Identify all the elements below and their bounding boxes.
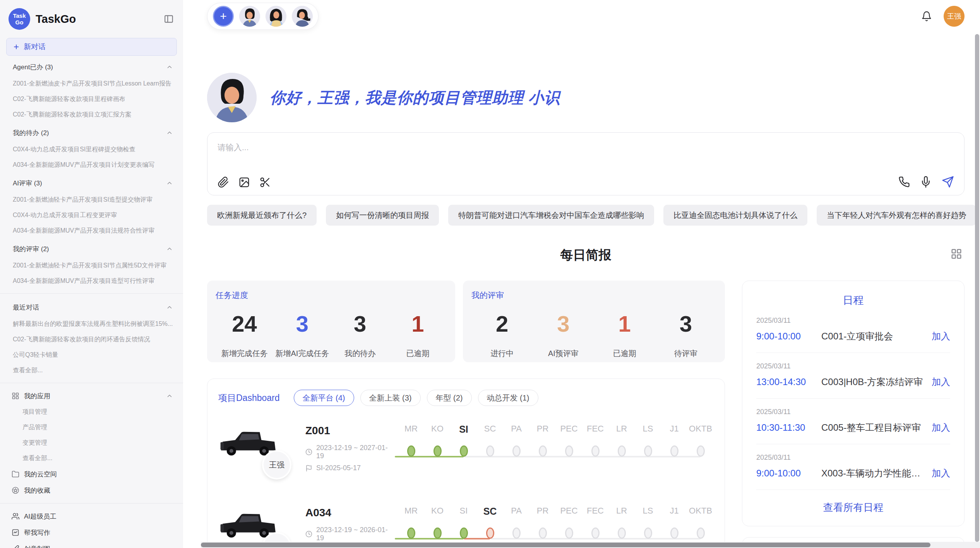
app-item-change-mgmt[interactable]: 变更管理 <box>0 435 183 450</box>
suggestion-chip[interactable]: 比亚迪全固态电池计划具体说了什么 <box>663 205 807 226</box>
schedule-event: 2025/03/11 10:30-11:30 C005-整车工程目标评审 加入 <box>756 399 950 444</box>
layout-grid-icon[interactable] <box>951 248 962 260</box>
chevron-up-icon[interactable] <box>166 180 173 187</box>
join-link[interactable]: 加入 <box>932 376 950 388</box>
milestone-dot <box>670 527 678 539</box>
attachment-icon[interactable] <box>218 176 229 188</box>
sidebar-item[interactable]: Z001-全新燃油皮卡产品开发项目SI节点Lesson Learn报告 <box>0 76 183 91</box>
tab-all-new-body[interactable]: 全新上装 (3) <box>360 390 421 406</box>
agent-avatar[interactable] <box>266 6 286 27</box>
assistant-avatar <box>207 73 257 122</box>
sidebar-item[interactable]: Z001-全新燃油轻卡产品开发项目SI节点属性5D文件评审 <box>0 258 183 273</box>
join-link[interactable]: 加入 <box>932 421 950 434</box>
event-time: 9:00-10:00 <box>756 468 821 479</box>
input-tools-left <box>218 176 271 188</box>
divider <box>0 383 183 383</box>
milestone-dot <box>512 527 521 539</box>
clock-icon <box>305 531 312 538</box>
folder-icon <box>12 470 19 478</box>
app-item-product-mgmt[interactable]: 产品管理 <box>0 420 183 435</box>
section-ai-review[interactable]: AI评审 (3) <box>0 174 183 192</box>
event-time: 13:00-14:30 <box>756 377 821 387</box>
sidebar-item-cloud-space[interactable]: 我的云空间 <box>0 466 183 482</box>
notification-bell-icon[interactable] <box>921 11 932 22</box>
new-chat-button[interactable]: + 新对话 <box>6 38 177 56</box>
stat-value: 3 <box>655 311 716 337</box>
screenshot-scissors-icon[interactable] <box>259 176 271 188</box>
join-link[interactable]: 加入 <box>932 467 950 480</box>
sidebar-item[interactable]: C02-飞腾新能源轻客改款项目立项汇报方案 <box>0 107 183 122</box>
project-info: Z001 2023-12-19 ~ 2027-01-19 SI-2025-05-… <box>305 420 394 472</box>
sidebar-item[interactable]: Z001-全新燃油轻卡产品开发项目SI造型提交物评审 <box>0 192 183 207</box>
user-avatar[interactable]: 王强 <box>944 6 965 27</box>
project-dates: 2023-12-19 ~ 2026-01-19 <box>305 526 394 542</box>
suggestion-chip[interactable]: 特朗普可能对进口汽车增税会对中国车企造成哪些影响 <box>448 205 654 226</box>
chevron-up-icon[interactable] <box>166 245 173 252</box>
briefing-content-row: 任务进度 24 新增完成任务 3 新增AI完成任务 3 <box>207 281 965 548</box>
vertical-scrollbar-thumb[interactable] <box>975 34 979 542</box>
sidebar-item[interactable]: A034-全新新能源MUV产品开发项目造型可行性评审 <box>0 273 183 289</box>
milestone-label: PA <box>511 506 522 517</box>
project-row[interactable]: 王强 A034 2023-12-19 ~ 2026-01-19 SC-2025-… <box>218 502 714 548</box>
chevron-up-icon[interactable] <box>166 63 173 70</box>
agent-avatar[interactable] <box>292 6 313 27</box>
section-my-todo[interactable]: 我的待办 (2) <box>0 124 183 142</box>
sidebar-item[interactable]: C0X4-动力总成开发项目工程变更评审 <box>0 207 183 223</box>
horizontal-scrollbar-thumb[interactable] <box>201 543 930 547</box>
greeting-text: 你好，王强，我是你的项目管理助理 小识 <box>270 87 560 108</box>
section-recent-chats[interactable]: 最近对话 <box>0 298 183 316</box>
app-logo: Task Go <box>9 8 30 30</box>
milestone-label-current: SI <box>459 424 468 435</box>
section-my-review[interactable]: 我的评审 (2) <box>0 240 183 258</box>
apps-view-all[interactable]: 查看全部... <box>0 450 183 466</box>
plus-icon: + <box>14 42 19 51</box>
milestone-dot <box>591 527 600 539</box>
recent-view-all[interactable]: 查看全部... <box>0 363 183 378</box>
chevron-up-icon[interactable] <box>166 129 173 136</box>
chevron-up-icon[interactable] <box>166 392 173 399</box>
app-item-project-mgmt[interactable]: 项目管理 <box>0 404 183 420</box>
card-title: 我的评审 <box>471 290 716 301</box>
schedule-title: 日程 <box>756 293 950 307</box>
project-row[interactable]: 王强 Z001 2023-12-19 ~ 2027-01-19 SI-2025-… <box>218 420 714 485</box>
recent-chat-item[interactable]: 公司Q3轻卡销量 <box>0 347 183 363</box>
milestone-label: LS <box>643 424 653 435</box>
horizontal-scrollbar-track[interactable] <box>201 542 980 548</box>
tab-year-model[interactable]: 年型 (2) <box>427 390 472 406</box>
voice-call-icon[interactable] <box>898 176 910 188</box>
add-agent-button[interactable]: + <box>213 6 234 27</box>
flag-icon <box>305 465 312 472</box>
sidebar-item-creative-drawing[interactable]: 创意制图 <box>0 541 183 548</box>
sidebar-item-favorites[interactable]: 我的收藏 <box>0 482 183 498</box>
recent-chat-item[interactable]: 解释最新出台的欧盟报废车法规再生塑料比例被调至15%... <box>0 316 183 332</box>
suggestion-chip[interactable]: 欧洲新规最近颁布了什么? <box>207 205 317 226</box>
microphone-icon[interactable] <box>920 176 932 188</box>
chat-input[interactable] <box>218 143 954 152</box>
milestone-label: PR <box>537 506 549 517</box>
view-all-schedule-link[interactable]: 查看所有日程 <box>756 490 950 517</box>
suggestion-chip[interactable]: 如何写一份清晰的项目周报 <box>326 205 439 226</box>
date-range: 2023-12-19 ~ 2027-01-19 <box>316 444 394 460</box>
sidebar-item-help-me-write[interactable]: 帮我写作 <box>0 524 183 541</box>
section-title: AI评审 (3) <box>13 179 42 188</box>
sidebar-item[interactable]: C02-飞腾新能源轻客改款项目里程碑画布 <box>0 91 183 107</box>
event-date: 2025/03/11 <box>756 454 950 462</box>
chevron-up-icon[interactable] <box>166 304 173 311</box>
section-agent-done[interactable]: Agent已办 (3) <box>0 58 183 76</box>
join-link[interactable]: 加入 <box>932 330 950 342</box>
milestone-dot-done <box>407 445 415 457</box>
agent-avatar[interactable] <box>239 6 260 27</box>
send-icon[interactable] <box>942 176 954 188</box>
recent-chat-item[interactable]: C02-飞腾新能源轻客改款项目的闭环通告反馈情况 <box>0 332 183 347</box>
tab-all-new-platform[interactable]: 全新平台 (4) <box>294 390 354 406</box>
sidebar-item[interactable]: A034-全新新能源MUV产品开发项目计划变更表编写 <box>0 157 183 173</box>
sidebar-item[interactable]: A034-全新新能源MUV产品开发项目法规符合性评审 <box>0 223 183 238</box>
sidebar-item[interactable]: C0X4-动力总成开发项目SI里程碑提交物检查 <box>0 142 183 157</box>
sidebar-item-my-apps[interactable]: 我的应用 <box>0 388 183 404</box>
image-upload-icon[interactable] <box>238 176 250 188</box>
sidebar-item-ai-super-staff[interactable]: AI超级员工 <box>0 508 183 524</box>
tab-powertrain-dev[interactable]: 动总开发 (1) <box>478 390 538 406</box>
collapse-sidebar-icon[interactable] <box>164 14 174 24</box>
suggestion-chip[interactable]: 当下年轻人对汽车外观有怎样的喜好趋势 <box>817 205 976 226</box>
section-title: 我的评审 (2) <box>13 245 49 253</box>
